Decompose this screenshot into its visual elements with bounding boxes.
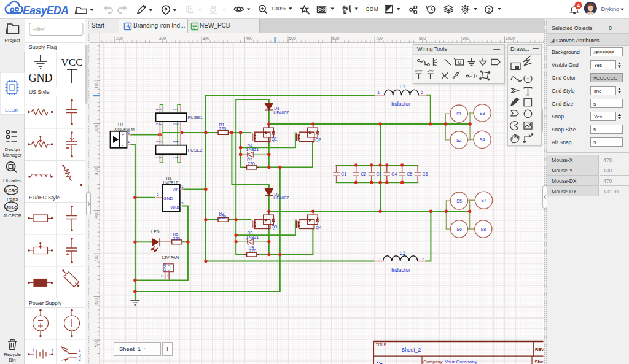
svg-text:4: 4 [577, 2, 580, 9]
svg-text:Diyking: Diyking [601, 6, 619, 12]
svg-text:BOM: BOM [366, 7, 378, 12]
svg-text:GND: GND [29, 72, 53, 84]
svg-text:US Style: US Style [29, 89, 50, 95]
svg-text:N: N [458, 60, 461, 66]
svg-text:Project: Project [5, 37, 21, 43]
svg-text:1: 1 [33, 349, 35, 353]
svg-text:600: 600 [332, 36, 340, 41]
svg-text:EU/IEC Style: EU/IEC Style [29, 195, 60, 201]
svg-text:VCC: VCC [61, 56, 83, 68]
svg-text:1: 1 [471, 71, 473, 75]
svg-text:200: 200 [94, 125, 98, 132]
svg-text:800: 800 [419, 36, 426, 41]
svg-text:EELib: EELib [5, 107, 18, 113]
svg-text:300: 300 [94, 168, 98, 176]
svg-text:JLCPCB: JLCPCB [3, 213, 21, 219]
svg-text:Recycle: Recycle [4, 352, 21, 357]
svg-text:Libraries: Libraries [3, 178, 21, 184]
svg-text:100: 100 [116, 36, 123, 41]
svg-text:700: 700 [376, 36, 383, 41]
svg-text:Parts: Parts [7, 196, 18, 202]
svg-text:2: 2 [79, 357, 81, 362]
svg-text:VCC: VCC [415, 69, 422, 73]
svg-text:3: 3 [79, 353, 81, 357]
svg-text:Bin: Bin [9, 357, 15, 363]
svg-text:+5V: +5V [427, 69, 434, 73]
svg-text:J@LC: J@LC [6, 205, 17, 209]
svg-text:?: ? [487, 7, 491, 13]
svg-text:100%: 100% [271, 5, 286, 12]
svg-text:1000: 1000 [506, 36, 515, 41]
svg-text:400: 400 [246, 36, 253, 41]
svg-text:EasyEDA: EasyEDA [23, 4, 68, 17]
svg-text:100: 100 [94, 82, 98, 89]
svg-text:700: 700 [94, 341, 98, 349]
svg-text:900: 900 [463, 36, 470, 41]
svg-text:LCSC: LCSC [6, 188, 17, 193]
svg-text:Design: Design [5, 147, 20, 152]
svg-text:2: 2 [52, 349, 54, 353]
svg-text:Power Supply: Power Supply [29, 300, 62, 306]
svg-text:Manager: Manager [3, 152, 22, 158]
svg-text:400: 400 [94, 211, 98, 219]
svg-text:Filter: Filter [33, 26, 45, 33]
svg-text:500: 500 [94, 255, 98, 262]
svg-text:300: 300 [203, 36, 210, 41]
svg-text:500: 500 [289, 36, 297, 41]
svg-text:200: 200 [159, 36, 166, 41]
svg-text:Supply Flag: Supply Flag [29, 44, 57, 50]
svg-text:600: 600 [94, 298, 98, 305]
svg-text:1: 1 [79, 348, 81, 352]
